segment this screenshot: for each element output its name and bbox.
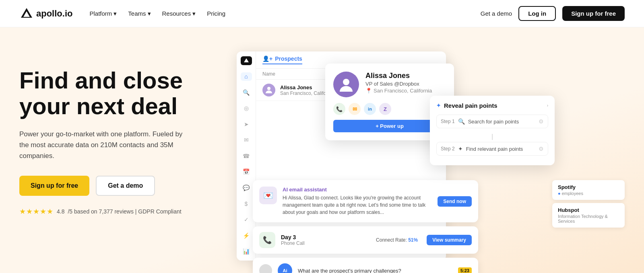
profile-top: Alissa Jones VP of Sales @Dropbox 📍 San … [333,72,446,97]
find-step-icon: ✦ [458,146,463,152]
sidebar-chart-icon[interactable]: 📊 [241,247,252,256]
z-icon[interactable]: Z [379,103,391,115]
prospects-tab[interactable]: 👤+ Prospects [262,55,302,64]
email-assistant-icon: 💌 [259,187,277,204]
step-1-settings-icon[interactable]: ⚙ [539,118,544,125]
reveal-pain-points-panel: ✦ Reveal pain points › Step 1 🔍 Search f… [430,96,555,165]
step-1-num: Step 1 [441,119,455,124]
sidebar-mail-icon[interactable]: ✉ [241,136,252,145]
get-demo-button[interactable]: Get a demo [481,10,512,17]
step-1-content: Step 1 🔍 Search for pain points [441,118,519,125]
sidebar-chat-icon[interactable]: 💬 [241,183,252,192]
sidebar-bolt-icon[interactable]: ⚡ [241,231,252,240]
day3-panel: 📞 Day 3 Phone Call Connect Rate: 51% Vie… [253,226,478,254]
chevron-down-icon: ▾ [148,10,151,17]
hero-subtitle: Power your go-to-market with one platfor… [19,129,188,162]
step-1-label: Search for pain points [468,119,519,125]
reveal-title: ✦ Reveal pain points [436,102,497,109]
phone-icon[interactable]: 📞 [333,103,345,115]
ai-avatar: Ai [278,263,292,273]
day-subtitle: Phone Call [281,240,305,246]
chevron-down-icon: ▾ [192,10,196,17]
avatar [262,84,275,96]
nav-resources[interactable]: Resources ▾ [158,8,200,20]
email-panel: 💌 AI email assistant Hi Alissa, Glad to … [253,180,478,222]
email-label: AI email assistant [283,187,432,193]
reveal-header: ✦ Reveal pain points › [436,102,548,109]
power-up-button[interactable]: + Power up [333,120,446,132]
sidebar-calendar-icon[interactable]: 📅 [241,168,252,177]
hero-signup-button[interactable]: Sign up for free [19,176,89,196]
svg-point-0 [267,87,270,90]
signup-button[interactable]: Sign up for free [562,6,625,21]
avatar [333,72,359,97]
sparkle-icon: ✦ [436,103,441,109]
step-2-content: Step 2 ✦ Find relevant pain points [441,146,523,152]
send-now-button[interactable]: Send now [438,196,472,207]
sidebar-phone-icon[interactable]: ☎ [241,152,252,160]
nav-teams[interactable]: Teams ▾ [124,8,155,20]
company-info: ● employees [558,191,619,196]
sidebar-search-icon[interactable]: 🔍 [241,88,252,97]
prospects-icon: 👤+ [262,55,272,62]
connect-pct: 51% [408,237,418,243]
hero-section: Find and close your next deal Power your… [0,27,644,273]
sidebar-send-icon[interactable]: ➤ [241,120,252,129]
company-row-hubspot: Hubspot Information Technology & Service… [552,203,625,228]
hero-left: Find and close your next deal Power your… [19,51,213,216]
nav-platform[interactable]: Platform ▾ [85,8,121,20]
profile-info: Alissa Jones VP of Sales @Dropbox 📍 San … [365,72,432,94]
hero-right: ⌂ 🔍 ◎ ➤ ✉ ☎ 📅 💬 $ ✓ ⚡ 📊 👤+ Prospects [229,51,625,273]
company-name: Hubspot [558,207,619,213]
step-2-num: Step 2 [441,146,455,152]
sidebar-check-icon[interactable]: ✓ [241,215,252,224]
svg-point-1 [343,79,349,85]
employees-count: ● [558,191,561,196]
step-2-row[interactable]: Step 2 ✦ Find relevant pain points ⚙ [436,142,548,156]
profile-title: VP of Sales @Dropbox [365,81,432,87]
user-avatar [259,264,272,273]
profile-contact-icons: 📞 ✉ in Z [333,103,446,115]
email-content: AI email assistant Hi Alissa, Glad to co… [283,187,432,216]
step-connector: | [436,131,548,142]
location-icon: 📍 [365,88,372,94]
ai-question-panel: Ai What are the prospect's primary chall… [253,258,478,273]
company-info: Information Technology & Services [558,214,619,224]
expand-icon[interactable]: › [547,103,548,108]
day-info: Day 3 Phone Call [281,234,305,246]
rating-score: 4.8 [57,208,64,215]
sidebar-home-icon[interactable]: ⌂ [241,72,252,81]
companies-panel: Spotify ● employees Hubspot Information … [552,180,625,228]
hero-buttons: Sign up for free Get a demo [19,176,213,196]
linkedin-icon[interactable]: in [364,103,376,115]
step-2-settings-icon[interactable]: ⚙ [539,146,544,152]
step-1-row[interactable]: Step 1 🔍 Search for pain points ⚙ [436,115,548,128]
logo[interactable]: apollo.io [19,6,72,21]
star-icons: ★★★★★ [19,207,54,216]
phone-call-icon: 📞 [259,232,275,248]
sidebar-globe-icon[interactable]: ◎ [241,104,252,113]
company-row-spotify: Spotify ● employees [552,180,625,200]
email-body: Hi Alissa, Glad to connect. Looks like y… [283,194,432,216]
app-logo-icon [241,56,252,65]
nav-pricing[interactable]: Pricing [203,8,229,19]
time-badge: 5:23 [458,267,472,273]
step-2-label: Find relevant pain points [466,146,523,152]
nav-right: Get a demo Log in Sign up for free [481,6,625,21]
chevron-down-icon: ▾ [114,10,117,17]
logo-text: apollo.io [36,8,72,19]
navbar: apollo.io Platform ▾ Teams ▾ Resources ▾… [0,0,644,27]
ai-question: What are the prospect's primary challeng… [298,268,401,273]
login-button[interactable]: Log in [518,6,556,21]
day-label: Day 3 [281,234,305,240]
bottom-panels: 💌 AI email assistant Hi Alissa, Glad to … [253,180,478,273]
nav-left: apollo.io Platform ▾ Teams ▾ Resources ▾… [19,6,229,21]
hero-demo-button[interactable]: Get a demo [96,176,155,196]
company-name: Spotify [558,184,619,190]
email-icon[interactable]: ✉ [349,103,361,115]
connect-rate: Connect Rate: 51% [376,237,418,243]
nav-links: Platform ▾ Teams ▾ Resources ▾ Pricing [85,8,229,20]
sidebar-dollar-icon[interactable]: $ [241,199,252,208]
view-summary-button[interactable]: View summary [427,235,472,245]
logo-icon [19,6,34,21]
